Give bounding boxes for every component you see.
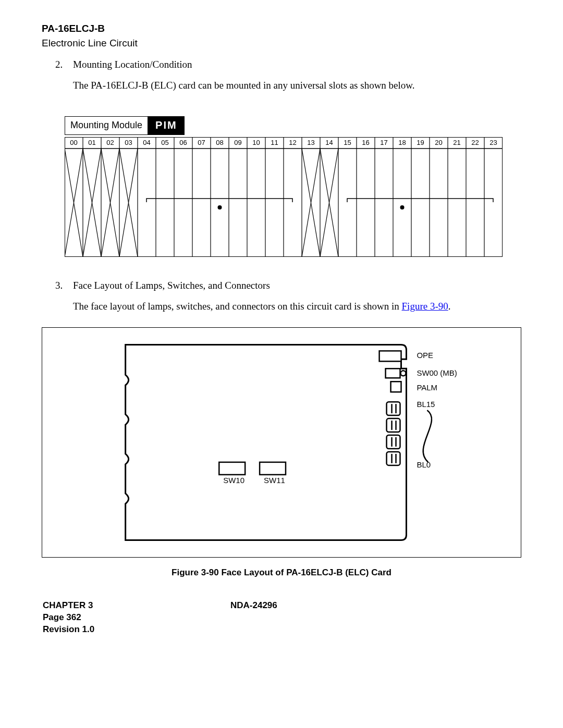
header-code: PA-16ELCJ-B [42,22,521,35]
section-2-heading: 2. Mounting Location/Condition [42,58,521,71]
page-footer: CHAPTER 3 Page 362 Revision 1.0 NDA-2429… [43,600,521,636]
footer-rev: Revision 1.0 [43,624,230,636]
slot-06: 06 [179,139,187,146]
slot-10: 10 [252,139,260,146]
slot-08: 08 [216,139,223,146]
slot-12: 12 [289,139,296,146]
slot-02: 02 [106,139,114,146]
figure-link[interactable]: Figure 3-90 [402,301,448,312]
sw00-label: SW00 (MB) [417,369,457,378]
mounting-module-row: Mounting Module PIM [65,116,521,135]
slot-23: 23 [489,139,497,146]
slot-04: 04 [143,139,150,146]
slot-13: 13 [307,139,314,146]
section-3-title: Face Layout of Lamps, Switches, and Conn… [73,279,521,292]
sw11-switch [260,462,286,475]
palm-label: PALM [417,384,437,392]
section-2-title: Mounting Location/Condition [73,58,521,71]
slot-11: 11 [271,139,278,146]
sw10-switch [219,462,245,475]
slot-dot-08 [218,205,222,209]
svg-point-37 [401,371,406,376]
slot-16: 16 [362,139,369,146]
pim-label: PIM [148,116,185,135]
bl15-label: BL15 [417,400,435,409]
mounting-module-label: Mounting Module [65,116,148,135]
slot-00: 00 [70,139,77,146]
svg-rect-47 [387,452,400,465]
footer-doc: NDA-24296 [230,600,277,636]
slot-18: 18 [398,139,406,146]
ope-lamp [380,351,401,362]
section-2-body: The PA-16ELCJ-B (ELC) card can be mounte… [73,79,516,92]
slot-09: 09 [234,139,241,146]
sw10-label: SW10 [223,476,244,485]
section-2-number: 2. [42,58,73,71]
footer-page: Page 362 [43,612,230,624]
slot-21: 21 [453,139,460,146]
svg-rect-38 [387,402,400,416]
slot-17: 17 [380,139,387,146]
slot-07: 07 [198,139,205,146]
slot-03: 03 [125,139,132,146]
section-3-body-b: . [448,301,451,312]
ope-label: OPE [417,351,433,360]
sw00-switch [386,369,400,378]
svg-rect-44 [387,436,400,449]
slot-15: 15 [344,139,351,146]
slot-05: 05 [161,139,168,146]
svg-rect-41 [387,419,400,433]
slot-01: 01 [88,139,95,146]
header-subtitle: Electronic Line Circuit [42,36,521,50]
figure-caption: Figure 3-90 Face Layout of PA-16ELCJ-B (… [42,567,521,579]
section-3-heading: 3. Face Layout of Lamps, Switches, and C… [42,279,521,292]
slot-14: 14 [325,139,333,146]
section-3-number: 3. [42,279,73,292]
slot-diagram: 00 01 02 03 04 05 06 07 08 09 10 11 12 1… [65,137,521,261]
slot-dot-18 [400,205,405,209]
section-3-body-a: The face layout of lamps, switches, and … [73,301,402,312]
sw11-label: SW11 [264,476,285,485]
slot-20: 20 [435,139,442,146]
slot-19: 19 [417,139,424,146]
card-figure: OPE SW00 (MB) PALM BL15 BL0 SW10 SW11 [42,327,521,558]
footer-chapter: CHAPTER 3 [43,600,230,612]
section-3-body: The face layout of lamps, switches, and … [73,300,516,313]
slot-22: 22 [471,139,479,146]
bl-range-curve [423,411,432,463]
palm-lamp [391,382,401,392]
bl0-label: BL0 [417,460,431,469]
